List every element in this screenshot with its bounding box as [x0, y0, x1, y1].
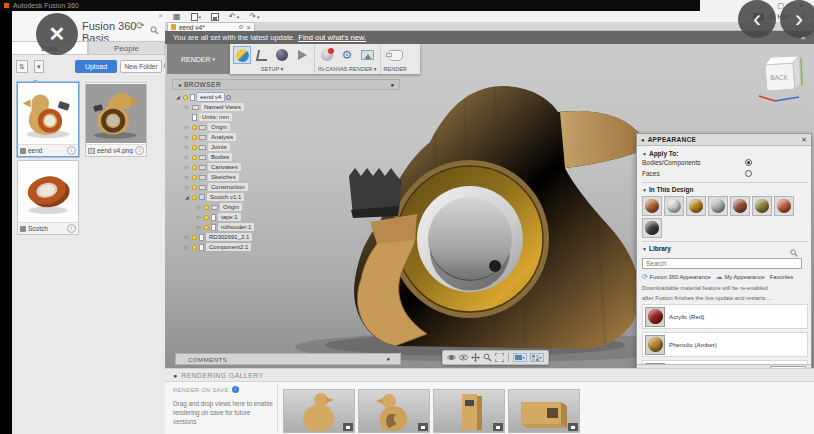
gallery-thumbnail-1[interactable] [283, 389, 355, 433]
viewport[interactable]: RENDER▾ SETUP ▾ ⚙ IN-CANVAS RENDER ▾ [165, 44, 814, 368]
divider [642, 241, 808, 242]
view-cube-face-label[interactable]: BACK [770, 74, 788, 81]
fit-icon[interactable] [495, 353, 504, 362]
gallery-thumbnail-4[interactable] [508, 389, 580, 433]
search-icon [790, 243, 798, 261]
data-panel: Fusion 360 Basis ... ⟳ ✕ Data People ⇅ ▾… [12, 11, 166, 434]
library-source-tabs: ⟳ Fusion 360 Appearance ☁ My Appearance … [642, 273, 808, 281]
material-swatch[interactable] [730, 196, 750, 216]
appearance-dialog: ● APPEARANCE ✕ ▼ Apply To: Bodies/Compon… [636, 133, 812, 368]
file-name: Scotch [28, 225, 65, 232]
apply-to-section-header[interactable]: ▼ Apply To: [642, 150, 808, 157]
info-icon[interactable]: i [67, 146, 76, 155]
look-at-icon[interactable] [459, 353, 468, 362]
app-grid-icon[interactable]: ▦ [173, 12, 181, 21]
gallery-header[interactable]: ● RENDERING GALLERY [165, 369, 814, 382]
material-row-phenolic-amber[interactable]: Phenolic (Amber) [642, 332, 808, 357]
apply-to-faces-option[interactable]: Faces [642, 168, 808, 179]
library-search-input[interactable] [642, 258, 802, 269]
file-card-eend[interactable]: eend i [17, 82, 79, 157]
navbar-divider [508, 353, 509, 362]
render-status-badge-icon [418, 423, 428, 431]
material-swatch[interactable] [642, 196, 662, 216]
favorites-tab[interactable]: Favorites [770, 274, 794, 280]
material-preview [645, 335, 665, 355]
save-button[interactable] [211, 13, 219, 21]
search-icon[interactable] [150, 21, 159, 39]
undo-button[interactable]: ↶▾ [229, 12, 239, 21]
radio-selected-icon[interactable] [745, 159, 752, 166]
design-file-icon [20, 148, 26, 154]
material-row-acrylic-red[interactable]: Acrylic (Red) [642, 304, 808, 329]
viewports-button[interactable]: ▾ [530, 353, 544, 362]
cloud-icon: ☁ [716, 273, 723, 280]
section-collapse-icon: ▼ [642, 151, 647, 157]
card-label-row: eend i [18, 144, 78, 156]
material-swatch[interactable] [708, 196, 728, 216]
document-icon [171, 24, 176, 30]
overlay-next-button[interactable]: › [780, 0, 814, 38]
document-tab[interactable]: eend v4* ✕ [167, 22, 255, 31]
upload-button[interactable]: Upload [75, 60, 117, 73]
material-swatch[interactable] [774, 196, 794, 216]
comments-bar[interactable]: COMMENTS ● [175, 353, 401, 365]
dialog-title: APPEARANCE [648, 136, 799, 143]
new-folder-button[interactable]: New Folder [120, 60, 162, 73]
in-this-design-section-header[interactable]: ▼ In This Design [642, 186, 808, 193]
data-panel-header: Fusion 360 Basis ... ⟳ ✕ [12, 11, 165, 42]
gallery-divider [277, 384, 278, 432]
my-appearance-tab[interactable]: ☁ My Appearance [716, 273, 765, 281]
data-panel-close-icon[interactable]: ✕ [158, 12, 163, 19]
gallery-thumbnail-3[interactable] [433, 389, 505, 433]
material-swatch[interactable] [752, 196, 772, 216]
redo-button[interactable]: ↷▾ [249, 12, 259, 21]
file-card-scotch[interactable]: Scotch i [17, 160, 79, 235]
overlay-close-button[interactable]: ✕ [36, 13, 78, 55]
render-status-badge-icon [493, 423, 503, 431]
appearance-dialog-header[interactable]: ● APPEARANCE ✕ [637, 134, 811, 146]
design-swatch-grid [642, 196, 804, 238]
fusion-appearance-tab[interactable]: ⟳ Fusion 360 Appearance [642, 273, 711, 281]
tab-people[interactable]: People [88, 41, 165, 55]
file-name: eend v4.png [97, 147, 133, 154]
app-title: Autodesk Fusion 360 [13, 2, 79, 9]
save-icon [211, 13, 219, 21]
view-cube[interactable]: BACK [753, 50, 807, 106]
tab-close-icon[interactable]: ✕ [246, 24, 251, 31]
notification-link[interactable]: Find out what's new. [298, 33, 366, 42]
material-swatch[interactable] [642, 218, 662, 238]
radio-unselected-icon[interactable] [745, 170, 752, 177]
display-settings-button[interactable]: ▾ [513, 353, 527, 362]
notification-message: You are all set with the latest update. [173, 33, 295, 42]
divider [642, 182, 808, 183]
main-area: ▦ ▾ ↶▾ ↷▾ de Harr ▾ ? ▾ eend v4* ✕ You a… [165, 11, 814, 434]
document-tab-title: eend v4* [179, 24, 236, 31]
gallery-thumbnail-2[interactable] [358, 389, 430, 433]
refresh-icon[interactable]: ⟳ [136, 20, 144, 31]
info-icon[interactable]: i [232, 386, 239, 393]
info-icon[interactable]: i [135, 146, 144, 155]
notification-bar: You are all set with the latest update. … [165, 31, 814, 44]
refresh-icon: ⟳ [642, 273, 648, 280]
library-section-header[interactable]: ▼ Library [642, 245, 808, 252]
file-menu-button[interactable]: ▾ [191, 13, 202, 21]
orbit-icon[interactable] [447, 353, 456, 362]
gallery-title: RENDERING GALLERY [181, 372, 263, 379]
info-icon[interactable]: i [67, 224, 76, 233]
comments-dot-icon[interactable]: ● [386, 356, 390, 362]
zoom-icon[interactable] [483, 353, 492, 362]
view-options-chevron-icon[interactable]: ▾ [34, 60, 44, 73]
material-swatch[interactable] [664, 196, 684, 216]
material-swatch[interactable] [686, 196, 706, 216]
overlay-prev-button[interactable]: ‹ [738, 0, 776, 38]
image-file-icon [88, 148, 95, 154]
dialog-close-icon[interactable]: ✕ [801, 136, 807, 144]
document-tab-strip: eend v4* ✕ [165, 22, 814, 31]
sort-icon[interactable]: ⇅ [16, 60, 28, 73]
file-card-eend-v4-png[interactable]: eend v4.png i [85, 82, 147, 157]
apply-to-bodies-option[interactable]: Bodies/Components [642, 157, 808, 168]
file-icon [191, 13, 198, 21]
duck-beak [560, 111, 646, 168]
render-on-save-row[interactable]: RENDER ON SAVE i [173, 386, 273, 393]
pan-icon[interactable] [471, 353, 480, 362]
